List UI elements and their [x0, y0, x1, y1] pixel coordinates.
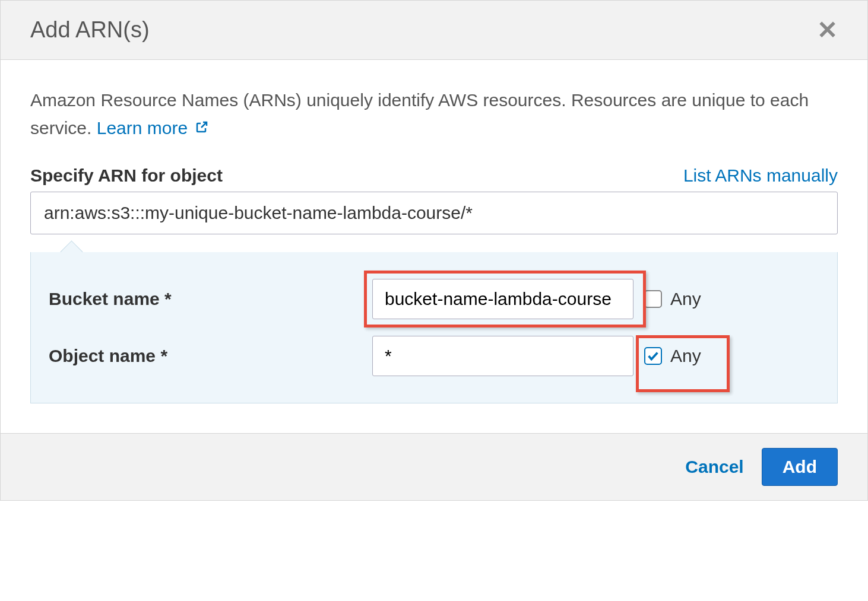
close-icon[interactable]: ✕ — [817, 18, 838, 43]
add-button[interactable]: Add — [762, 448, 838, 486]
bucket-name-input[interactable] — [372, 279, 633, 319]
add-arn-modal: Add ARN(s) ✕ Amazon Resource Names (ARNs… — [0, 0, 868, 501]
bucket-name-row: Bucket name * Any — [49, 279, 819, 319]
bucket-any-checkbox[interactable] — [644, 290, 662, 308]
bucket-any-label: Any — [670, 289, 701, 309]
bucket-name-label: Bucket name * — [49, 289, 372, 309]
arn-description: Amazon Resource Names (ARNs) uniquely id… — [30, 87, 838, 142]
specify-arn-label: Specify ARN for object — [30, 166, 223, 186]
list-arns-manually-link[interactable]: List ARNs manually — [683, 166, 838, 186]
arn-input[interactable] — [30, 192, 838, 234]
object-name-row: Object name * Any — [49, 336, 819, 376]
cancel-button[interactable]: Cancel — [685, 457, 743, 477]
specify-row: Specify ARN for object List ARNs manuall… — [30, 166, 838, 186]
learn-more-label: Learn more — [97, 118, 188, 138]
object-any-checkbox[interactable] — [644, 347, 662, 365]
modal-title: Add ARN(s) — [30, 17, 150, 43]
object-any-label: Any — [670, 346, 701, 366]
object-input-group: Any — [372, 336, 701, 376]
modal-body: Amazon Resource Names (ARNs) uniquely id… — [1, 60, 867, 433]
external-link-icon — [195, 115, 209, 142]
modal-footer: Cancel Add — [1, 433, 867, 500]
object-name-label: Object name * — [49, 346, 372, 366]
arn-details-panel: Bucket name * Any Object name * — [30, 252, 838, 403]
bucket-input-group: Any — [372, 279, 701, 319]
object-any-group: Any — [644, 346, 701, 366]
modal-header: Add ARN(s) ✕ — [1, 1, 867, 60]
object-name-input[interactable] — [372, 336, 633, 376]
arn-input-wrapper — [30, 192, 838, 234]
learn-more-link[interactable]: Learn more — [97, 118, 210, 138]
bucket-any-group: Any — [644, 289, 701, 309]
